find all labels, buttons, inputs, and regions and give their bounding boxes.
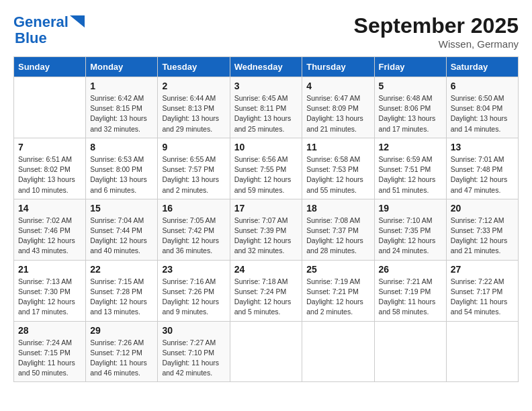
week-row-4: 21Sunrise: 7:13 AMSunset: 7:30 PMDayligh…: [14, 260, 519, 321]
day-cell-3: 3Sunrise: 6:45 AMSunset: 8:11 PMDaylight…: [230, 77, 302, 138]
col-header-sunday: Sunday: [14, 57, 86, 77]
day-cell-10: 10Sunrise: 6:56 AMSunset: 7:55 PMDayligh…: [230, 138, 302, 199]
empty-cell: [302, 321, 374, 382]
day-info: Sunrise: 6:44 AMSunset: 8:13 PMDaylight:…: [162, 93, 225, 134]
day-number: 8: [90, 142, 153, 152]
day-cell-7: 7Sunrise: 6:51 AMSunset: 8:02 PMDaylight…: [14, 138, 86, 199]
day-info: Sunrise: 7:26 AMSunset: 7:12 PMDaylight:…: [90, 338, 153, 379]
empty-cell: [230, 321, 302, 382]
day-number: 10: [234, 142, 298, 152]
week-row-5: 28Sunrise: 7:24 AMSunset: 7:15 PMDayligh…: [14, 321, 519, 382]
day-number: 5: [379, 81, 442, 91]
day-info: Sunrise: 6:50 AMSunset: 8:04 PMDaylight:…: [451, 93, 514, 134]
day-info: Sunrise: 7:04 AMSunset: 7:44 PMDaylight:…: [90, 216, 153, 257]
location: Wissen, Germany: [354, 38, 519, 50]
day-number: 13: [451, 142, 514, 152]
day-info: Sunrise: 6:59 AMSunset: 7:51 PMDaylight:…: [379, 154, 442, 195]
day-info: Sunrise: 6:47 AMSunset: 8:09 PMDaylight:…: [306, 93, 369, 134]
day-cell-6: 6Sunrise: 6:50 AMSunset: 8:04 PMDaylight…: [446, 77, 518, 138]
day-number: 29: [90, 325, 153, 336]
day-number: 22: [90, 264, 153, 275]
day-number: 28: [18, 325, 81, 336]
day-number: 15: [90, 203, 153, 214]
day-number: 23: [162, 264, 225, 275]
day-number: 21: [18, 264, 81, 275]
day-info: Sunrise: 7:08 AMSunset: 7:37 PMDaylight:…: [306, 216, 369, 257]
day-info: Sunrise: 7:27 AMSunset: 7:10 PMDaylight:…: [162, 338, 225, 379]
empty-cell: [374, 321, 446, 382]
col-header-wednesday: Wednesday: [230, 57, 302, 77]
day-cell-20: 20Sunrise: 7:12 AMSunset: 7:33 PMDayligh…: [446, 199, 518, 260]
col-header-saturday: Saturday: [446, 57, 518, 77]
day-number: 4: [306, 81, 369, 91]
day-number: 19: [379, 203, 442, 214]
week-row-1: 1Sunrise: 6:42 AMSunset: 8:15 PMDaylight…: [14, 77, 519, 138]
day-info: Sunrise: 7:07 AMSunset: 7:39 PMDaylight:…: [234, 216, 298, 257]
day-info: Sunrise: 6:48 AMSunset: 8:06 PMDaylight:…: [379, 93, 442, 134]
day-cell-12: 12Sunrise: 6:59 AMSunset: 7:51 PMDayligh…: [374, 138, 446, 199]
day-number: 17: [234, 203, 298, 214]
day-number: 16: [162, 203, 225, 214]
day-cell-17: 17Sunrise: 7:07 AMSunset: 7:39 PMDayligh…: [230, 199, 302, 260]
day-number: 12: [379, 142, 442, 152]
header-row: SundayMondayTuesdayWednesdayThursdayFrid…: [14, 57, 519, 77]
logo-text-blue: Blue: [15, 30, 47, 46]
day-number: 24: [234, 264, 298, 275]
day-info: Sunrise: 6:42 AMSunset: 8:15 PMDaylight:…: [90, 93, 153, 134]
day-number: 7: [18, 142, 81, 152]
empty-cell: [446, 321, 518, 382]
day-cell-28: 28Sunrise: 7:24 AMSunset: 7:15 PMDayligh…: [14, 321, 86, 382]
day-info: Sunrise: 7:16 AMSunset: 7:26 PMDaylight:…: [162, 277, 225, 318]
page-header: General Blue September 2025 Wissen, Germ…: [13, 13, 519, 50]
day-info: Sunrise: 7:19 AMSunset: 7:21 PMDaylight:…: [306, 277, 369, 318]
day-info: Sunrise: 7:22 AMSunset: 7:17 PMDaylight:…: [451, 277, 514, 318]
col-header-thursday: Thursday: [302, 57, 374, 77]
day-cell-27: 27Sunrise: 7:22 AMSunset: 7:17 PMDayligh…: [446, 260, 518, 321]
day-cell-16: 16Sunrise: 7:05 AMSunset: 7:42 PMDayligh…: [158, 199, 230, 260]
day-cell-23: 23Sunrise: 7:16 AMSunset: 7:26 PMDayligh…: [158, 260, 230, 321]
day-cell-15: 15Sunrise: 7:04 AMSunset: 7:44 PMDayligh…: [86, 199, 158, 260]
month-title: September 2025: [354, 13, 519, 38]
day-cell-18: 18Sunrise: 7:08 AMSunset: 7:37 PMDayligh…: [302, 199, 374, 260]
day-cell-1: 1Sunrise: 6:42 AMSunset: 8:15 PMDaylight…: [86, 77, 158, 138]
day-cell-21: 21Sunrise: 7:13 AMSunset: 7:30 PMDayligh…: [14, 260, 86, 321]
day-info: Sunrise: 7:21 AMSunset: 7:19 PMDaylight:…: [379, 277, 442, 318]
col-header-friday: Friday: [374, 57, 446, 77]
day-cell-5: 5Sunrise: 6:48 AMSunset: 8:06 PMDaylight…: [374, 77, 446, 138]
day-number: 30: [162, 325, 225, 336]
day-cell-19: 19Sunrise: 7:10 AMSunset: 7:35 PMDayligh…: [374, 199, 446, 260]
col-header-monday: Monday: [86, 57, 158, 77]
logo-text: General: [13, 13, 69, 31]
day-info: Sunrise: 7:15 AMSunset: 7:28 PMDaylight:…: [90, 277, 153, 318]
logo-arrow-icon: [70, 15, 85, 28]
day-cell-14: 14Sunrise: 7:02 AMSunset: 7:46 PMDayligh…: [14, 199, 86, 260]
day-cell-30: 30Sunrise: 7:27 AMSunset: 7:10 PMDayligh…: [158, 321, 230, 382]
day-number: 20: [451, 203, 514, 214]
day-cell-8: 8Sunrise: 6:53 AMSunset: 8:00 PMDaylight…: [86, 138, 158, 199]
day-info: Sunrise: 6:45 AMSunset: 8:11 PMDaylight:…: [234, 93, 298, 134]
day-info: Sunrise: 7:24 AMSunset: 7:15 PMDaylight:…: [18, 338, 81, 379]
day-cell-13: 13Sunrise: 7:01 AMSunset: 7:48 PMDayligh…: [446, 138, 518, 199]
day-cell-4: 4Sunrise: 6:47 AMSunset: 8:09 PMDaylight…: [302, 77, 374, 138]
col-header-tuesday: Tuesday: [158, 57, 230, 77]
day-cell-29: 29Sunrise: 7:26 AMSunset: 7:12 PMDayligh…: [86, 321, 158, 382]
day-number: 25: [306, 264, 369, 275]
day-info: Sunrise: 7:02 AMSunset: 7:46 PMDaylight:…: [18, 216, 81, 257]
day-info: Sunrise: 6:56 AMSunset: 7:55 PMDaylight:…: [234, 154, 298, 195]
day-number: 2: [162, 81, 225, 91]
day-info: Sunrise: 7:18 AMSunset: 7:24 PMDaylight:…: [234, 277, 298, 318]
day-info: Sunrise: 7:05 AMSunset: 7:42 PMDaylight:…: [162, 216, 225, 257]
day-info: Sunrise: 6:53 AMSunset: 8:00 PMDaylight:…: [90, 154, 153, 195]
svg-marker-0: [70, 15, 85, 28]
day-number: 14: [18, 203, 81, 214]
title-block: September 2025 Wissen, Germany: [354, 13, 519, 50]
day-number: 27: [451, 264, 514, 275]
day-cell-11: 11Sunrise: 6:58 AMSunset: 7:53 PMDayligh…: [302, 138, 374, 199]
day-info: Sunrise: 7:12 AMSunset: 7:33 PMDaylight:…: [451, 216, 514, 257]
week-row-3: 14Sunrise: 7:02 AMSunset: 7:46 PMDayligh…: [14, 199, 519, 260]
day-cell-9: 9Sunrise: 6:55 AMSunset: 7:57 PMDaylight…: [158, 138, 230, 199]
day-cell-25: 25Sunrise: 7:19 AMSunset: 7:21 PMDayligh…: [302, 260, 374, 321]
day-info: Sunrise: 7:13 AMSunset: 7:30 PMDaylight:…: [18, 277, 81, 318]
logo: General Blue: [13, 13, 85, 47]
day-info: Sunrise: 7:01 AMSunset: 7:48 PMDaylight:…: [451, 154, 514, 195]
